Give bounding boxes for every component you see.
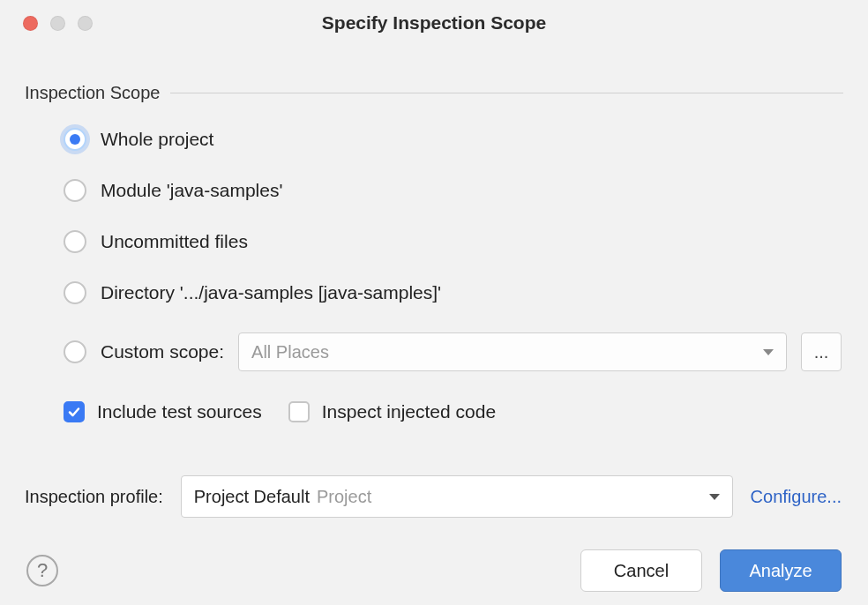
inspect-injected-label: Inspect injected code: [322, 401, 496, 422]
window-title: Specify Inspection Scope: [0, 12, 868, 34]
section-divider: [170, 93, 843, 93]
radio-uncommitted-row[interactable]: Uncommitted files: [64, 230, 843, 253]
section-header: Inspection Scope: [25, 83, 843, 103]
scope-radio-group: Whole project Module 'java-samples' Unco…: [25, 128, 843, 371]
help-icon: ?: [37, 559, 48, 582]
profile-row: Inspection profile: Project Default Proj…: [25, 475, 843, 518]
include-tests-checkbox[interactable]: [64, 401, 85, 422]
section-title: Inspection Scope: [25, 83, 160, 103]
inspect-injected-checkbox[interactable]: [288, 401, 310, 422]
ellipsis-icon: ...: [814, 342, 829, 362]
custom-scope-combo[interactable]: All Places: [238, 332, 787, 371]
chevron-down-icon: [763, 349, 774, 355]
radio-uncommitted[interactable]: [64, 230, 86, 253]
profile-label: Inspection profile:: [25, 487, 163, 507]
radio-custom-scope-label: Custom scope:: [101, 341, 224, 362]
radio-directory-row[interactable]: Directory '.../java-samples [java-sample…: [64, 281, 843, 304]
button-row: Cancel Analyze: [580, 549, 842, 592]
chevron-down-icon: [709, 494, 720, 500]
analyze-button-label: Analyze: [749, 561, 812, 581]
profile-combo[interactable]: Project Default Project: [181, 475, 733, 518]
custom-scope-value: All Places: [251, 342, 329, 362]
radio-directory[interactable]: [64, 281, 86, 304]
configure-link[interactable]: Configure...: [751, 487, 842, 507]
radio-whole-project[interactable]: [64, 128, 86, 151]
radio-whole-project-row[interactable]: Whole project: [64, 128, 843, 151]
analyze-button[interactable]: Analyze: [720, 549, 842, 592]
checkbox-row: Include test sources Inspect injected co…: [25, 401, 843, 422]
radio-directory-label: Directory '.../java-samples [java-sample…: [101, 282, 441, 303]
titlebar: Specify Inspection Scope: [0, 0, 868, 46]
check-icon: [67, 405, 81, 419]
window-minimize-button[interactable]: [50, 16, 65, 31]
include-tests-item[interactable]: Include test sources: [64, 401, 262, 422]
cancel-button[interactable]: Cancel: [580, 549, 702, 592]
cancel-button-label: Cancel: [614, 561, 669, 581]
custom-scope-browse-button[interactable]: ...: [801, 332, 842, 371]
footer: ? Cancel Analyze: [25, 549, 843, 592]
help-button[interactable]: ?: [26, 555, 58, 586]
traffic-lights: [0, 16, 93, 31]
window-close-button[interactable]: [23, 16, 38, 31]
radio-custom-scope-row: Custom scope: All Places ...: [64, 332, 843, 371]
dialog-content: Inspection Scope Whole project Module 'j…: [0, 46, 868, 592]
window-maximize-button[interactable]: [78, 16, 93, 31]
radio-module[interactable]: [64, 179, 86, 202]
radio-module-label: Module 'java-samples': [101, 180, 282, 201]
radio-whole-project-label: Whole project: [101, 129, 213, 150]
profile-sub: Project: [317, 487, 371, 507]
radio-uncommitted-label: Uncommitted files: [101, 231, 248, 252]
include-tests-label: Include test sources: [97, 401, 262, 422]
profile-value: Project Default: [194, 487, 310, 507]
inspect-injected-item[interactable]: Inspect injected code: [288, 401, 496, 422]
radio-module-row[interactable]: Module 'java-samples': [64, 179, 843, 202]
radio-custom-scope[interactable]: [64, 340, 86, 363]
